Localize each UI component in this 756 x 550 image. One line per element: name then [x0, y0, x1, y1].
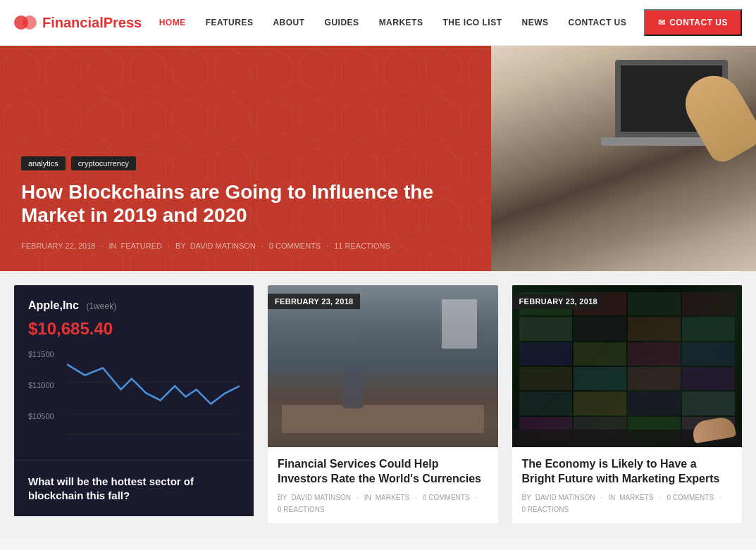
- article-card-2[interactable]: FEBRUARY 23, 2018 The Economy is Likely …: [512, 285, 743, 523]
- tag-cryptocurrency[interactable]: cryptocurrency: [71, 156, 136, 170]
- nav-features[interactable]: FEATURES: [196, 18, 264, 27]
- hero-section: analytics cryptocurrency How Blockchains…: [0, 46, 756, 271]
- article-1-title[interactable]: Financial Services Could Help Investors …: [278, 457, 488, 487]
- chart-label-high: $11500: [28, 350, 67, 358]
- nav-contact-text[interactable]: CONTACT US: [558, 18, 636, 27]
- article-2-comments[interactable]: 0 COMMENTS: [667, 494, 714, 501]
- hero-category[interactable]: FEATURED: [120, 242, 161, 250]
- contact-button[interactable]: ✉ CONTACT US: [644, 9, 742, 36]
- logo-icon: [14, 11, 37, 34]
- hero-title: How Blockchains are Going to Influence t…: [21, 180, 470, 227]
- article-1-category-label: IN: [364, 494, 371, 501]
- hero-author[interactable]: DAVID MATINSON: [190, 242, 256, 250]
- articles-grid: FEBRUARY 23, 2018 Financial Services Cou…: [268, 285, 742, 523]
- article-2-category[interactable]: MARKETS: [619, 494, 653, 501]
- header: FinancialPress HOME FEATURES ABOUT GUIDE…: [0, 0, 756, 46]
- article-1-comments[interactable]: 0 COMMENTS: [423, 494, 470, 501]
- hero-reactions: 11 REACTIONS: [334, 242, 390, 250]
- stock-period: (1week): [86, 301, 116, 311]
- article-2-body: The Economy is Likely to Have a Bright F…: [512, 447, 743, 523]
- nav-ico-list[interactable]: THE ICO LIST: [433, 18, 512, 27]
- stock-chart: $11500 $11000 $10500: [28, 350, 240, 435]
- article-2-by: BY: [522, 494, 531, 501]
- stock-header: Apple,Inc (1week): [28, 299, 240, 312]
- article-1-category[interactable]: MARKETS: [376, 494, 409, 501]
- nav-home[interactable]: HOME: [149, 18, 196, 27]
- article-2-image: FEBRUARY 23, 2018: [512, 285, 743, 447]
- article-1-meta: BY DAVID MATINSON · IN MARKETS · 0 COMME…: [278, 494, 488, 513]
- article-1-by: BY: [278, 494, 287, 501]
- chart-label-mid: $11000: [28, 381, 67, 389]
- hero-content[interactable]: analytics cryptocurrency How Blockchains…: [0, 46, 491, 271]
- article-2-author[interactable]: DAVID MATINSON: [535, 494, 595, 501]
- article-1-author[interactable]: DAVID MATINSON: [291, 494, 351, 501]
- nav-news[interactable]: NEWS: [512, 18, 558, 27]
- hero-by-label: BY: [175, 242, 186, 250]
- hero-image: [491, 46, 756, 271]
- bottom-section: Apple,Inc (1week) $10,685.40 $11500 $110…: [0, 271, 756, 537]
- chart-labels: $11500 $11000 $10500: [28, 350, 67, 420]
- poll-question: What will be the hottest sector of block…: [28, 475, 240, 502]
- article-2-meta: BY DAVID MATINSON · IN MARKETS · 0 COMME…: [522, 494, 733, 513]
- article-1-date: FEBRUARY 23, 2018: [268, 294, 360, 309]
- logo[interactable]: FinancialPress: [14, 11, 142, 34]
- hero-meta: FEBRUARY 22, 2018 · IN FEATURED · BY DAV…: [21, 242, 470, 250]
- article-1-reactions: 0 REACTIONS: [278, 506, 325, 513]
- hero-category-label: IN: [109, 242, 116, 250]
- hero-date: FEBRUARY 22, 2018: [21, 242, 95, 250]
- nav-markets[interactable]: MARKETS: [369, 18, 433, 27]
- hero-tags: analytics cryptocurrency: [21, 156, 470, 170]
- chart-label-low: $10500: [28, 412, 67, 420]
- chart-svg: [67, 350, 240, 415]
- article-1-image: FEBRUARY 23, 2018: [268, 285, 498, 447]
- article-2-reactions: 0 REACTIONS: [522, 506, 569, 513]
- article-2-title[interactable]: The Economy is Likely to Have a Bright F…: [522, 457, 733, 487]
- envelope-icon: ✉: [658, 18, 666, 27]
- nav-about[interactable]: ABOUT: [263, 18, 314, 27]
- nav-guides[interactable]: GUIDES: [315, 18, 369, 27]
- article-card-1[interactable]: FEBRUARY 23, 2018 Financial Services Cou…: [268, 285, 498, 523]
- widget-column: Apple,Inc (1week) $10,685.40 $11500 $110…: [14, 285, 254, 523]
- poll-widget: What will be the hottest sector of block…: [14, 460, 254, 516]
- main-nav: HOME FEATURES ABOUT GUIDES MARKETS THE I…: [149, 18, 637, 27]
- logo-text: FinancialPress: [42, 15, 142, 31]
- article-2-date: FEBRUARY 23, 2018: [512, 294, 605, 309]
- article-1-body: Financial Services Could Help Investors …: [268, 447, 498, 523]
- article-2-category-label: IN: [608, 494, 615, 501]
- chart-baseline: [67, 434, 240, 435]
- stock-company-name: Apple,Inc: [28, 299, 79, 311]
- svg-point-1: [23, 15, 37, 30]
- tag-analytics[interactable]: analytics: [21, 156, 66, 170]
- stock-price: $10,685.40: [28, 319, 240, 339]
- hero-comments[interactable]: 0 COMMENTS: [269, 242, 321, 250]
- stock-widget: Apple,Inc (1week) $10,685.40 $11500 $110…: [14, 285, 254, 460]
